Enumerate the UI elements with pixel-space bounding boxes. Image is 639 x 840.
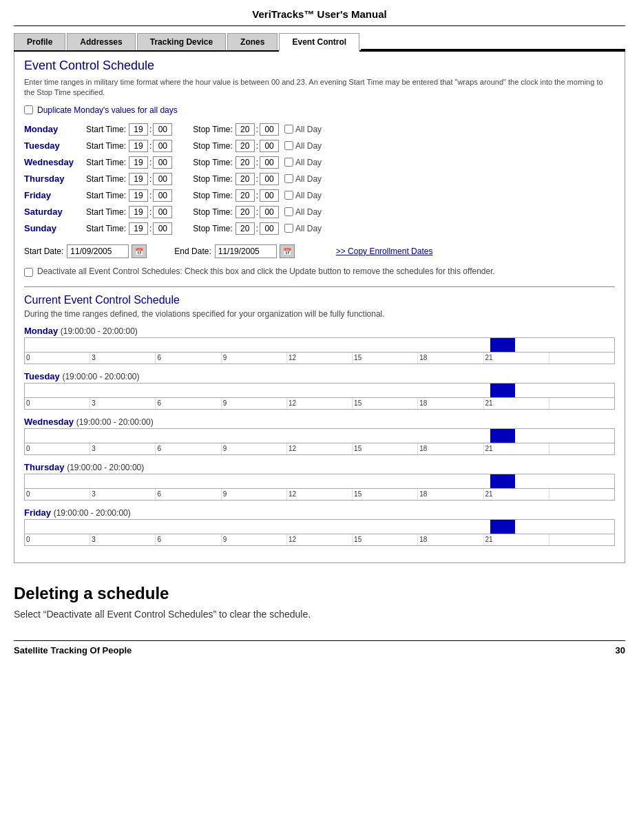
start-min-thursday[interactable]	[153, 173, 172, 185]
tab-addresses[interactable]: Addresses	[67, 33, 135, 50]
allday-checkbox-saturday[interactable]	[284, 207, 293, 216]
page-header: VeriTracks™ User's Manual	[14, 0, 625, 26]
stop-hour-wednesday[interactable]	[235, 156, 255, 169]
stop-hour-sunday[interactable]	[235, 222, 255, 235]
current-schedule-title: Current Event Control Schedule	[24, 294, 615, 306]
timeline-day-label-thursday: Thursday (19:00:00 - 20:00:00)	[24, 462, 615, 472]
start-time-group-saturday: Start Time: :	[86, 206, 172, 218]
day-row-wednesday: Wednesday Start Time: : Stop Time: : All…	[24, 156, 615, 169]
timeline-section-tuesday: Tuesday (19:00:00 - 20:00:00)03691215182…	[24, 371, 615, 410]
stop-time-group-sunday: Stop Time: : All Day	[193, 222, 322, 235]
deactivate-label: Deactivate all Event Control Schedules: …	[37, 266, 495, 276]
copy-enrollment-dates-link[interactable]: >> Copy Enrollment Dates	[336, 246, 433, 256]
timeline-section-friday: Friday (19:00:00 - 20:00:00)036912151821	[24, 507, 615, 546]
timeline-bar-monday	[24, 337, 615, 353]
stop-min-tuesday[interactable]	[260, 140, 279, 152]
timeline-section-monday: Monday (19:00:00 - 20:00:00)036912151821	[24, 326, 615, 364]
start-hour-sunday[interactable]	[129, 222, 148, 235]
start-date-calendar-icon[interactable]: 📅	[132, 244, 147, 258]
allday-checkbox-wednesday[interactable]	[284, 158, 293, 167]
header-title: VeriTracks™ User's Manual	[252, 8, 386, 20]
panel-description: Enter time ranges in military time forma…	[24, 77, 615, 98]
tabs-container: Profile Addresses Tracking Device Zones …	[14, 33, 625, 52]
start-hour-monday[interactable]	[129, 123, 148, 136]
day-label-wednesday: Wednesday	[24, 157, 86, 167]
start-time-group-sunday: Start Time: :	[86, 222, 172, 235]
stop-hour-tuesday[interactable]	[235, 140, 255, 152]
timeline-bar-tuesday	[24, 383, 615, 398]
end-date-input[interactable]	[215, 244, 277, 258]
start-min-monday[interactable]	[153, 123, 172, 136]
start-time-group-friday: Start Time: :	[86, 189, 172, 202]
start-min-sunday[interactable]	[153, 222, 172, 235]
allday-checkbox-friday[interactable]	[284, 191, 293, 200]
stop-time-group-saturday: Stop Time: : All Day	[193, 206, 322, 218]
tab-zones[interactable]: Zones	[227, 33, 277, 50]
start-min-saturday[interactable]	[153, 206, 172, 218]
delete-title: Deleting a schedule	[14, 584, 625, 603]
stop-min-monday[interactable]	[260, 123, 279, 136]
stop-min-saturday[interactable]	[260, 206, 279, 218]
start-date-input[interactable]	[67, 244, 129, 258]
day-label-thursday: Thursday	[24, 174, 86, 184]
bottom-section: Deleting a schedule Select “Deactivate a…	[0, 584, 639, 620]
current-schedule-desc: During the time ranges defined, the viol…	[24, 309, 615, 319]
stop-min-sunday[interactable]	[260, 222, 279, 235]
deactivate-checkbox[interactable]	[24, 268, 33, 277]
day-row-friday: Friday Start Time: : Stop Time: : All Da…	[24, 189, 615, 202]
day-row-monday: Monday Start Time: : Stop Time: : All Da…	[24, 123, 615, 136]
tab-event-control[interactable]: Event Control	[279, 33, 359, 52]
stop-hour-friday[interactable]	[235, 189, 255, 202]
day-rows-container: Monday Start Time: : Stop Time: : All Da…	[24, 123, 615, 235]
tab-tracking-device[interactable]: Tracking Device	[137, 33, 226, 50]
footer-left: Satellite Tracking Of People	[14, 645, 132, 655]
timeline-bar-thursday	[24, 474, 615, 489]
stop-min-friday[interactable]	[260, 189, 279, 202]
start-date-group: Start Date: 📅	[24, 244, 147, 258]
tab-profile[interactable]: Profile	[14, 33, 65, 50]
start-time-group-monday: Start Time: :	[86, 123, 172, 136]
day-row-thursday: Thursday Start Time: : Stop Time: : All …	[24, 173, 615, 185]
duplicate-checkbox[interactable]	[24, 105, 33, 114]
stop-hour-thursday[interactable]	[235, 173, 255, 185]
end-date-group: End Date: 📅	[174, 244, 294, 258]
stop-hour-monday[interactable]	[235, 123, 255, 136]
start-min-tuesday[interactable]	[153, 140, 172, 152]
end-date-label: End Date:	[174, 246, 211, 256]
stop-min-thursday[interactable]	[260, 173, 279, 185]
timeline-day-label-friday: Friday (19:00:00 - 20:00:00)	[24, 507, 615, 518]
allday-checkbox-thursday[interactable]	[284, 174, 293, 183]
start-hour-saturday[interactable]	[129, 206, 148, 218]
allday-checkbox-tuesday[interactable]	[284, 141, 293, 150]
day-label-sunday: Sunday	[24, 223, 86, 233]
timeline-bar-wednesday	[24, 428, 615, 443]
panel: Event Control Schedule Enter time ranges…	[14, 52, 625, 563]
start-hour-friday[interactable]	[129, 189, 148, 202]
duplicate-label: Duplicate Monday's values for all days	[37, 105, 178, 115]
start-time-group-wednesday: Start Time: :	[86, 156, 172, 169]
start-hour-wednesday[interactable]	[129, 156, 148, 169]
start-hour-tuesday[interactable]	[129, 140, 148, 152]
timeline-day-label-tuesday: Tuesday (19:00:00 - 20:00:00)	[24, 371, 615, 381]
timeline-bar-friday	[24, 519, 615, 534]
end-date-calendar-icon[interactable]: 📅	[280, 244, 295, 258]
start-min-friday[interactable]	[153, 189, 172, 202]
start-hour-thursday[interactable]	[129, 173, 148, 185]
footer-right: 30	[616, 645, 625, 655]
day-label-saturday: Saturday	[24, 207, 86, 217]
start-min-wednesday[interactable]	[153, 156, 172, 169]
stop-time-group-monday: Stop Time: : All Day	[193, 123, 322, 136]
allday-checkbox-monday[interactable]	[284, 125, 293, 134]
timeline-day-label-monday: Monday (19:00:00 - 20:00:00)	[24, 326, 615, 336]
stop-time-group-friday: Stop Time: : All Day	[193, 189, 322, 202]
stop-time-group-wednesday: Stop Time: : All Day	[193, 156, 322, 169]
stop-min-wednesday[interactable]	[260, 156, 279, 169]
stop-hour-saturday[interactable]	[235, 206, 255, 218]
deactivate-row: Deactivate all Event Control Schedules: …	[24, 266, 615, 277]
timeline-section-wednesday: Wednesday (19:00:00 - 20:00:00)036912151…	[24, 417, 615, 455]
day-label-friday: Friday	[24, 190, 86, 200]
allday-checkbox-sunday[interactable]	[284, 224, 293, 233]
stop-time-group-tuesday: Stop Time: : All Day	[193, 140, 322, 152]
delete-description: Select “Deactivate all Event Control Sch…	[14, 609, 625, 620]
day-row-tuesday: Tuesday Start Time: : Stop Time: : All D…	[24, 140, 615, 152]
